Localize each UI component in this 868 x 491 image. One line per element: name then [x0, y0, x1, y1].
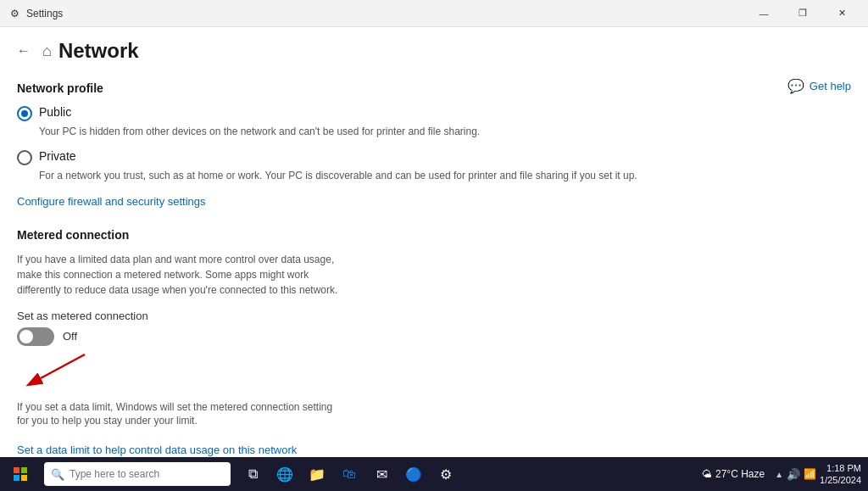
- mail-icon: ✉: [376, 466, 387, 483]
- svg-line-1: [41, 354, 85, 378]
- svg-rect-5: [21, 475, 27, 481]
- taskbar-search-bar[interactable]: 🔍: [44, 462, 231, 486]
- svg-rect-2: [14, 467, 19, 473]
- titlebar-title: Settings: [26, 8, 63, 20]
- data-limit-link[interactable]: Set a data limit to help control data us…: [17, 444, 297, 456]
- chat-icon: 💬: [787, 78, 804, 94]
- weather-icon: 🌤: [702, 468, 712, 480]
- metered-connection-section: Metered connection If you have a limited…: [17, 228, 834, 457]
- page-title: Network: [58, 39, 139, 63]
- store-icon: 🛍: [342, 466, 356, 482]
- taskbar-system-tray: 🌤 27°C Haze ▲ 🔊 📶 1:18 PM 1/25/2024: [695, 462, 868, 487]
- settings-header: ← ⌂ Network: [0, 27, 868, 71]
- svg-rect-4: [14, 475, 19, 481]
- start-button[interactable]: [0, 457, 41, 491]
- gear-icon: ⚙: [440, 466, 452, 483]
- firewall-link[interactable]: Configure firewall and security settings: [17, 195, 206, 208]
- metered-toggle[interactable]: [17, 327, 54, 346]
- weather-text: 27°C Haze: [715, 468, 765, 480]
- restore-button[interactable]: ❐: [783, 0, 822, 27]
- get-help-label: Get help: [810, 80, 851, 92]
- time-display: 1:18 PM: [820, 462, 861, 474]
- windows-logo-icon: [14, 467, 27, 481]
- minimize-button[interactable]: —: [744, 0, 783, 27]
- folder-icon: 📁: [309, 466, 326, 483]
- toggle-section-label: Set as metered connection: [17, 310, 834, 322]
- private-label: Private: [39, 149, 76, 163]
- public-label: Public: [39, 105, 71, 119]
- mail-button[interactable]: ✉: [366, 457, 397, 491]
- date-display: 1/25/2024: [820, 474, 861, 486]
- volume-icon: 📶: [804, 468, 816, 480]
- data-limit-description: If you set a data limit, Windows will se…: [17, 400, 339, 429]
- settings-icon: ⚙: [10, 8, 19, 20]
- task-view-icon: ⧉: [248, 466, 258, 482]
- clock[interactable]: 1:18 PM 1/25/2024: [820, 462, 861, 487]
- taskbar: 🔍 ⧉ 🌐 📁 🛍 ✉ 🔵 ⚙ 🌤 27°C Haze ▲: [0, 457, 868, 491]
- settings-taskbar-button[interactable]: ⚙: [431, 457, 461, 491]
- network-profile-title: Network profile: [17, 81, 834, 95]
- edge-button[interactable]: 🌐: [270, 457, 300, 491]
- svg-rect-3: [21, 467, 27, 473]
- toggle-state-label: Off: [63, 330, 77, 343]
- close-button[interactable]: ✕: [822, 0, 861, 27]
- get-help-link[interactable]: 💬 Get help: [787, 78, 851, 94]
- search-icon: 🔍: [51, 468, 64, 481]
- metered-description: If you have a limited data plan and want…: [17, 252, 348, 298]
- private-radio-circle: [17, 150, 32, 165]
- taskbar-app-icons: ⧉ 🌐 📁 🛍 ✉ 🔵 ⚙: [234, 457, 695, 491]
- home-icon: ⌂: [42, 42, 52, 60]
- store-button[interactable]: 🛍: [334, 457, 364, 491]
- metered-connection-title: Metered connection: [17, 228, 834, 242]
- back-button[interactable]: ←: [10, 37, 37, 64]
- file-explorer-button[interactable]: 📁: [302, 457, 332, 491]
- browser-icon: 🔵: [405, 466, 422, 483]
- public-radio-circle: [17, 106, 32, 121]
- tray-up-arrow-icon[interactable]: ▲: [775, 470, 783, 479]
- network-tray-icon: 🔊: [787, 468, 800, 481]
- titlebar: ⚙ Settings — ❐ ✕: [0, 0, 868, 27]
- titlebar-controls: — ❐ ✕: [744, 0, 861, 27]
- edge-icon: 🌐: [276, 466, 293, 483]
- titlebar-left: ⚙ Settings: [10, 8, 63, 20]
- weather-widget: 🌤 27°C Haze: [702, 468, 765, 480]
- browser-button[interactable]: 🔵: [398, 457, 429, 491]
- public-radio[interactable]: Public: [17, 105, 834, 121]
- network-profile-section: Network profile Public Your PC is hidden…: [17, 81, 834, 225]
- private-radio[interactable]: Private: [17, 149, 834, 165]
- public-description: Your PC is hidden from other devices on …: [39, 125, 834, 139]
- private-description: For a network you trust, such as at home…: [39, 169, 834, 183]
- search-input[interactable]: [70, 468, 224, 480]
- toggle-container: Off: [17, 327, 834, 346]
- red-arrow-annotation: [17, 346, 119, 397]
- task-view-button[interactable]: ⧉: [237, 457, 268, 491]
- settings-main: 💬 Get help Network profile Public Your P…: [0, 71, 868, 457]
- settings-content: ← ⌂ Network 💬 Get help Network profile P…: [0, 27, 868, 457]
